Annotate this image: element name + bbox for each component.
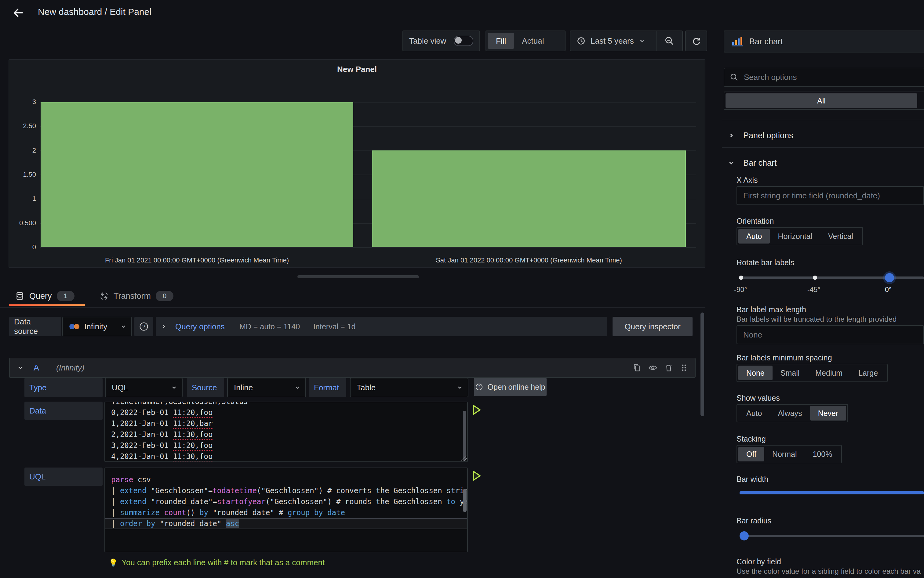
uql-scrollbar[interactable] <box>463 489 467 512</box>
spellcheck-flagged-text: 11:20,foo <box>173 408 213 418</box>
csv-data-textarea[interactable]: Ticketnummer,Geschlossen,Status0,2022-Fe… <box>104 402 468 462</box>
tab-transform-label: Transform <box>114 291 151 301</box>
drag-handle[interactable] <box>677 364 691 372</box>
datasource-picker[interactable]: Infinity <box>62 317 132 336</box>
section-bar-chart[interactable]: Bar chart <box>728 152 777 174</box>
radio-option-off[interactable]: Off <box>739 447 764 461</box>
search-icon <box>730 73 739 81</box>
stacking-radio: OffNormal100% <box>737 445 842 463</box>
format-select[interactable]: Table <box>350 378 469 397</box>
bar-label-max-length-input[interactable] <box>737 330 923 340</box>
y-axis-tick-label: 2 <box>9 146 36 154</box>
bar-series-value <box>41 102 353 247</box>
duplicate-query-button[interactable] <box>629 364 645 372</box>
table-view-toggle[interactable] <box>454 36 473 46</box>
color-by-field-description: Use the color value for a sibling field … <box>737 567 924 576</box>
datasource-label: Data source <box>9 317 61 336</box>
tab-transform[interactable]: Transform 0 <box>99 287 173 305</box>
section-bar-chart-label: Bar chart <box>743 158 777 168</box>
bar-radius-slider[interactable] <box>740 535 924 537</box>
tab-query[interactable]: Query 1 <box>15 287 75 305</box>
run-data-query-button[interactable] <box>473 405 481 415</box>
magnifier-minus-icon <box>664 36 674 46</box>
tab-transform-badge: 0 <box>156 291 173 301</box>
min-spacing-radio: NoneSmallMediumLarge <box>737 364 888 382</box>
slider-tick-label: 0° <box>885 286 891 294</box>
copy-icon <box>633 364 641 372</box>
toggle-knob <box>455 37 462 44</box>
query-options-bar[interactable]: Query options MD = auto = 1140 Interval … <box>156 317 607 336</box>
radio-option-vertical[interactable]: Vertical <box>820 229 861 244</box>
y-axis-tick-label: 2.50 <box>9 122 36 130</box>
table-view-group: Table view <box>402 31 480 51</box>
radio-option-fill[interactable]: Fill <box>488 33 514 49</box>
source-label: Source <box>187 378 224 397</box>
rotate-bar-labels-label: Rotate bar labels <box>737 258 794 267</box>
csv-scrollbar[interactable] <box>463 411 466 461</box>
spellcheck-flagged-text: 11:20,foo <box>173 441 213 451</box>
play-icon <box>473 471 481 481</box>
radio-option-horizontal[interactable]: Horizontal <box>770 229 820 244</box>
query-pane-scrollbar[interactable] <box>701 312 704 416</box>
lightbulb-icon: 💡 <box>109 559 118 567</box>
time-range-picker[interactable]: Last 5 years <box>570 36 656 46</box>
svg-text:?: ? <box>142 324 145 330</box>
radio-option-normal[interactable]: Normal <box>764 447 805 461</box>
resize-handle[interactable] <box>461 455 467 461</box>
question-circle-icon: ? <box>139 321 149 331</box>
back-button[interactable] <box>10 4 27 21</box>
query-options-link[interactable]: Query options <box>175 322 225 331</box>
y-axis-tick-label: 0.500 <box>9 219 36 227</box>
gridline <box>40 247 696 248</box>
uql-hint-text: You can prefix each line with # to mark … <box>122 558 325 567</box>
radio-option-none[interactable]: None <box>739 365 773 380</box>
radio-option-auto[interactable]: Auto <box>739 229 770 244</box>
type-select[interactable]: UQL <box>105 378 182 397</box>
source-select[interactable]: Inline <box>227 378 306 397</box>
viz-picker-label: Bar chart <box>749 37 783 46</box>
chevron-down-icon <box>294 385 301 391</box>
delete-query-button[interactable] <box>661 364 677 372</box>
grafana-edit-panel: New dashboard / Edit Panel Table view Fi… <box>0 0 924 578</box>
query-row-header[interactable]: A (Infinity) <box>9 358 696 378</box>
x-axis-field[interactable] <box>737 186 924 205</box>
uql-code-editor[interactable]: parse-csv| extend "Geschlossen"=todateti… <box>104 468 468 552</box>
splitter-handle[interactable] <box>298 275 419 278</box>
x-axis-input[interactable] <box>737 191 923 200</box>
radio-option-100-[interactable]: 100% <box>805 447 840 461</box>
radio-option-large[interactable]: Large <box>851 365 886 380</box>
collapse-chevron-icon[interactable] <box>17 364 24 371</box>
bar-label-max-length-label: Bar label max length <box>737 305 806 314</box>
radio-option-never[interactable]: Never <box>810 406 846 421</box>
zoom-out-button[interactable] <box>657 31 682 51</box>
radio-option-small[interactable]: Small <box>773 365 808 380</box>
slider-handle[interactable] <box>740 531 749 541</box>
bar-width-slider[interactable] <box>740 491 924 494</box>
slider-handle[interactable] <box>885 273 894 282</box>
section-panel-options[interactable]: Panel options <box>728 125 793 146</box>
open-online-help-button[interactable]: ? Open online help <box>474 378 547 396</box>
category-all-option[interactable]: All <box>726 93 917 108</box>
y-axis-tick-label: 0 <box>9 243 36 251</box>
radio-option-always[interactable]: Always <box>770 406 810 421</box>
eye-icon <box>648 363 657 372</box>
tab-query-label: Query <box>29 291 52 301</box>
bar-label-max-length-field[interactable] <box>737 325 924 344</box>
refresh-button[interactable] <box>685 31 707 51</box>
show-values-radio: AutoAlwaysNever <box>737 404 848 422</box>
x-axis-label: X Axis <box>737 176 758 185</box>
datasource-help-button[interactable]: ? <box>134 317 153 336</box>
slider-tick-label: -45° <box>807 286 820 294</box>
visualization-picker[interactable]: Bar chart <box>724 31 924 52</box>
hide-query-button[interactable] <box>645 363 661 372</box>
radio-option-medium[interactable]: Medium <box>807 365 851 380</box>
bar-label-max-length-description: Bar labels will be truncated to the leng… <box>737 315 896 323</box>
slider-tick-label: -90° <box>734 286 747 294</box>
radio-option-actual[interactable]: Actual <box>514 33 552 49</box>
query-inspector-button[interactable]: Query inspector <box>613 317 693 336</box>
radio-option-auto[interactable]: Auto <box>739 406 770 421</box>
options-search[interactable] <box>724 68 924 87</box>
slider-track[interactable] <box>740 276 924 279</box>
options-search-input[interactable] <box>743 72 919 83</box>
run-uql-query-button[interactable] <box>473 471 481 481</box>
